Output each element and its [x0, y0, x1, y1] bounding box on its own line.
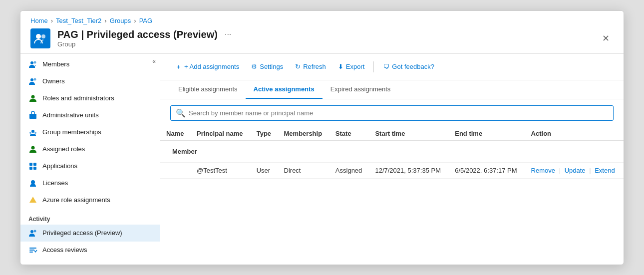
- collapse-sidebar-button[interactable]: «: [152, 58, 156, 65]
- svg-rect-21: [29, 250, 34, 251]
- activity-section-header: Activity: [20, 209, 160, 225]
- cell-principal-name: @TestTest: [191, 162, 251, 178]
- sidebar-label-privileged-access: Privileged access (Preview): [42, 229, 122, 237]
- sidebar-item-access-reviews[interactable]: Access reviews: [20, 242, 160, 259]
- export-button[interactable]: ⬇ Export: [333, 60, 370, 73]
- sidebar-item-roles-administrators[interactable]: Roles and administrators: [20, 90, 160, 107]
- tabs: Eligible assignments Active assignments …: [160, 80, 624, 99]
- sidebar-label-assigned-roles: Assigned roles: [42, 145, 85, 153]
- assigned-roles-icon: [28, 145, 37, 154]
- sidebar-item-members[interactable]: Members: [20, 56, 160, 73]
- sidebar-item-azure-role-assignments[interactable]: Azure role assignments: [20, 192, 160, 209]
- sidebar-label-roles: Roles and administrators: [42, 94, 114, 102]
- main-window: Home › Test_Test_Tier2 › Groups › PAG PA…: [20, 10, 624, 265]
- svg-marker-17: [29, 197, 36, 203]
- svg-rect-20: [29, 248, 36, 249]
- search-icon: 🔍: [176, 108, 186, 118]
- col-start-time: Start time: [369, 127, 449, 141]
- svg-rect-15: [33, 167, 36, 170]
- add-assignments-button[interactable]: ＋ + Add assignments: [170, 60, 244, 74]
- sidebar-label-applications: Applications: [42, 162, 77, 170]
- sidebar-item-applications[interactable]: Applications: [20, 158, 160, 175]
- azure-role-icon: [28, 196, 37, 205]
- sidebar-item-admin-units[interactable]: Administrative units: [20, 107, 160, 124]
- col-state: State: [329, 127, 369, 141]
- search-input[interactable]: [189, 109, 608, 117]
- sidebar-item-licenses[interactable]: Licenses: [20, 175, 160, 192]
- svg-point-8: [31, 130, 34, 133]
- content-area: ＋ + Add assignments ⚙ Settings ↻ Refresh…: [160, 54, 624, 264]
- sidebar-label-access-reviews: Access reviews: [42, 246, 87, 254]
- section-label-member: Member: [166, 145, 618, 158]
- sidebar: « Members Owners Roles and administrator…: [20, 54, 160, 264]
- svg-rect-22: [29, 252, 33, 253]
- owners-icon: [28, 77, 37, 86]
- svg-point-2: [30, 61, 33, 64]
- remove-link[interactable]: Remove: [531, 167, 555, 174]
- tab-active[interactable]: Active assignments: [246, 80, 322, 99]
- group-memberships-icon: [28, 128, 37, 137]
- toolbar: ＋ + Add assignments ⚙ Settings ↻ Refresh…: [160, 54, 624, 80]
- assignments-table: Name Principal name Type Membership Stat…: [160, 127, 624, 179]
- export-icon: ⬇: [338, 63, 343, 70]
- sidebar-item-owners[interactable]: Owners: [20, 73, 160, 90]
- col-action: Action: [525, 127, 624, 141]
- admin-units-icon: [28, 111, 37, 120]
- page-subtitle: Group: [57, 40, 591, 48]
- feedback-icon: 🗨: [383, 63, 389, 70]
- col-type: Type: [251, 127, 278, 141]
- access-reviews-icon: [28, 246, 37, 255]
- close-button[interactable]: ✕: [598, 31, 614, 46]
- breadcrumb-pag[interactable]: PAG: [139, 17, 153, 24]
- svg-point-11: [31, 146, 35, 149]
- toolbar-divider: [373, 61, 374, 72]
- svg-point-10: [34, 132, 36, 134]
- search-bar[interactable]: 🔍: [170, 105, 614, 121]
- members-icon: [28, 60, 37, 69]
- applications-icon: [28, 162, 37, 171]
- col-name: Name: [160, 127, 191, 141]
- sidebar-label-members: Members: [42, 60, 69, 68]
- breadcrumb-tier2[interactable]: Test_Test_Tier2: [56, 17, 101, 24]
- settings-button[interactable]: ⚙ Settings: [246, 60, 288, 73]
- feedback-button[interactable]: 🗨 Got feedback?: [378, 60, 439, 73]
- breadcrumb-home[interactable]: Home: [30, 17, 48, 24]
- col-principal-name: Principal name: [191, 127, 251, 141]
- settings-icon: ⚙: [251, 63, 257, 70]
- svg-rect-13: [33, 163, 36, 166]
- svg-point-18: [30, 230, 33, 233]
- roles-icon: [28, 94, 37, 103]
- sidebar-item-group-memberships[interactable]: Group memberships: [20, 124, 160, 141]
- svg-rect-14: [29, 167, 32, 170]
- cell-membership: Direct: [278, 162, 329, 178]
- cell-actions: Remove | Update | Extend: [525, 162, 624, 178]
- licenses-icon: [28, 179, 37, 188]
- page-header: PAG | Privileged access (Preview) ··· Gr…: [20, 28, 624, 53]
- cell-type: User: [251, 162, 278, 178]
- svg-point-0: [36, 34, 41, 39]
- sidebar-item-privileged-access[interactable]: Privileged access (Preview): [20, 225, 160, 242]
- svg-point-4: [30, 78, 33, 81]
- extend-link[interactable]: Extend: [595, 167, 615, 174]
- more-options-button[interactable]: ···: [222, 29, 234, 40]
- svg-rect-7: [29, 114, 36, 119]
- tab-expired[interactable]: Expired assignments: [322, 80, 399, 99]
- svg-point-16: [31, 180, 35, 184]
- breadcrumb-groups[interactable]: Groups: [110, 17, 131, 24]
- cell-start-time: 12/7/2021, 5:37:35 PM: [369, 162, 449, 178]
- sidebar-label-licenses: Licenses: [42, 179, 68, 187]
- svg-point-3: [34, 61, 36, 63]
- tab-eligible[interactable]: Eligible assignments: [170, 80, 246, 99]
- sidebar-label-azure-role-assignments: Azure role assignments: [42, 196, 110, 204]
- update-link[interactable]: Update: [565, 167, 586, 174]
- refresh-button[interactable]: ↻ Refresh: [290, 60, 331, 73]
- add-icon: ＋: [175, 62, 182, 71]
- cell-name: [160, 162, 191, 178]
- cell-state: Assigned: [329, 162, 369, 178]
- sidebar-label-admin-units: Administrative units: [42, 111, 99, 119]
- sidebar-item-assigned-roles[interactable]: Assigned roles: [20, 141, 160, 158]
- sidebar-label-group-memberships: Group memberships: [42, 128, 101, 136]
- main-layout: « Members Owners Roles and administrator…: [20, 53, 624, 264]
- svg-rect-12: [29, 163, 32, 166]
- col-membership: Membership: [278, 127, 329, 141]
